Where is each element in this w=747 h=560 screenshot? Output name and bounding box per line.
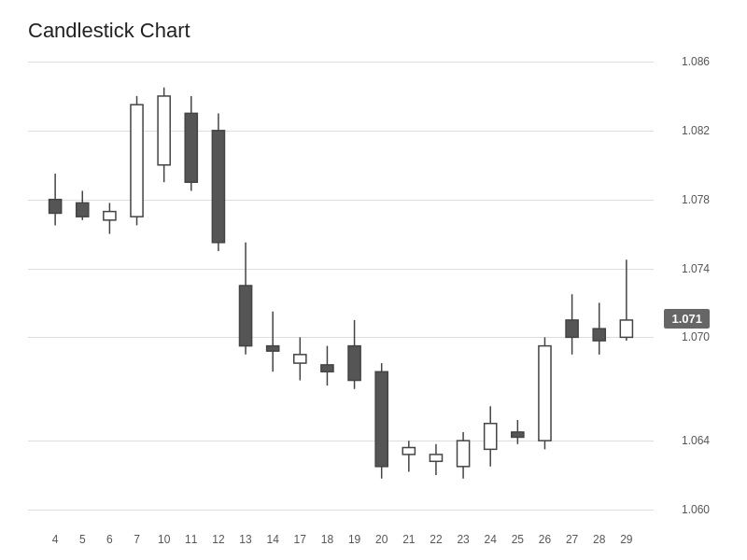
price-badge: 1.071 [664,309,710,329]
y-axis-label: 1.078 [658,193,710,206]
x-axis-label: 20 [375,533,388,546]
x-axis-label: 13 [239,533,251,546]
chart-area: 1.0861.0821.0781.0741.0701.0641.060 1.07… [28,62,710,510]
x-axis-label: 14 [266,533,278,546]
svg-rect-17 [267,346,279,352]
x-axis-label: 29 [620,533,632,546]
svg-rect-19 [294,355,306,363]
x-axis-label: 23 [457,533,469,546]
svg-rect-43 [620,320,632,337]
svg-rect-3 [77,203,89,217]
svg-rect-39 [566,320,578,337]
svg-rect-11 [185,113,197,182]
svg-rect-35 [512,432,524,438]
svg-rect-13 [212,131,224,243]
x-axis-label: 11 [185,533,197,546]
y-axis-label: 1.064 [658,434,710,447]
chart-container: Candlestick Chart 1.0861.0821.0781.0741.… [0,0,747,560]
y-axis-label: 1.086 [658,55,710,68]
x-axis-label: 22 [430,533,442,546]
svg-rect-25 [375,371,388,467]
svg-rect-23 [348,346,360,381]
x-axis-label: 4 [52,533,59,546]
x-axis-label: 19 [348,533,360,546]
y-axis-label: 1.060 [658,503,710,516]
x-axis-label: 24 [485,533,497,546]
svg-rect-1 [49,200,62,214]
svg-rect-41 [593,329,605,341]
svg-rect-37 [539,346,551,441]
svg-rect-21 [321,365,333,371]
svg-rect-29 [430,455,442,461]
x-axis-label: 18 [321,533,333,546]
x-axis-label: 7 [134,533,140,546]
svg-rect-33 [485,424,497,450]
x-axis-label: 10 [158,533,170,546]
x-axis-label: 21 [402,533,415,546]
x-axis-label: 26 [539,533,551,546]
x-axis-label: 17 [294,533,306,546]
svg-rect-5 [104,212,116,220]
svg-rect-9 [158,96,170,165]
y-axis-label: 1.070 [658,330,710,343]
svg-rect-7 [131,105,143,217]
x-axis-label: 6 [106,533,113,546]
chart-title: Candlestick Chart [28,19,738,43]
svg-rect-15 [239,286,251,346]
svg-rect-31 [458,441,470,467]
y-axis-label: 1.074 [658,262,710,275]
x-axis-label: 5 [79,533,86,546]
x-axis-label: 28 [593,533,605,546]
x-axis-label: 12 [212,533,224,546]
y-axis-label: 1.082 [658,124,710,137]
candles-svg [28,62,654,510]
x-axis-label: 27 [566,533,578,546]
svg-rect-27 [402,448,415,455]
x-axis-label: 25 [512,533,524,546]
